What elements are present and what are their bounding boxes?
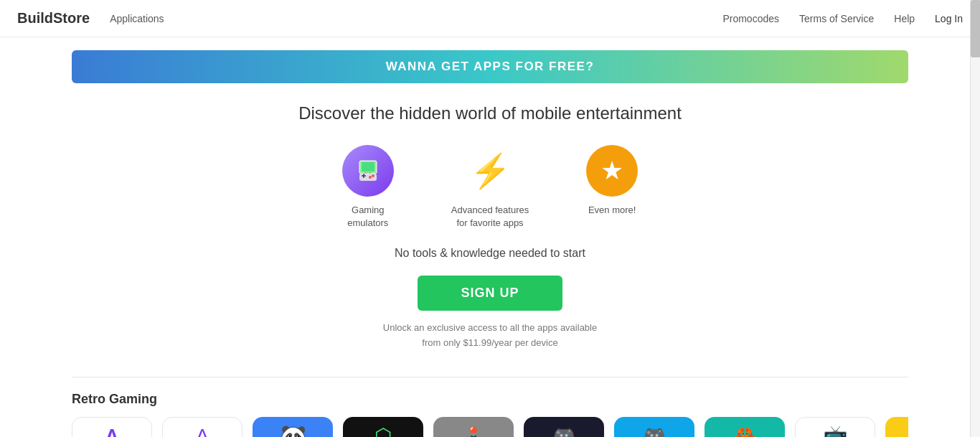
svg-point-6 — [369, 176, 372, 179]
svg-point-5 — [372, 174, 374, 177]
hero-title: Discover the hidden world of mobile ente… — [0, 103, 980, 123]
app-icon-bear: 🐼 — [280, 423, 306, 437]
retro-gaming-section: Retro Gaming Λ Λ 🐼 ⬡ 🕹️ 🎮 🎮 — [0, 377, 980, 437]
hero-note: Unlock an exclusive access to all the ap… — [0, 321, 980, 351]
hero-section: Discover the hidden world of mobile ente… — [0, 83, 980, 365]
svg-rect-8 — [369, 172, 372, 174]
app-icon-tv: 📺 — [823, 424, 848, 437]
list-item[interactable]: 🎮 — [524, 417, 604, 437]
app-icon-gamepad1: ⬡ — [374, 424, 392, 437]
list-item[interactable]: Λ — [72, 417, 152, 437]
scrollbar-thumb[interactable] — [971, 0, 980, 57]
navbar-right: Promocodes Terms of Service Help Log In — [722, 13, 963, 24]
list-item[interactable]: 📺 — [795, 417, 875, 437]
app-icon-crab: 🦀 — [732, 424, 758, 437]
app-icon-dpad: 🎮 — [552, 425, 575, 437]
svg-rect-7 — [364, 172, 367, 174]
app-icon-lambda2: Λ — [196, 425, 209, 437]
feature-even-more-label: Even more! — [588, 204, 636, 217]
star-icon-circle: ★ — [586, 145, 638, 197]
hero-note-line1: Unlock an exclusive access to all the ap… — [383, 322, 597, 333]
svg-rect-4 — [363, 174, 364, 178]
features-row: Gamingemulators ⚡ Advanced featuresfor f… — [0, 145, 980, 230]
feature-advanced: ⚡ Advanced featuresfor favorite apps — [451, 145, 529, 230]
list-item[interactable]: ⬡ — [343, 417, 423, 437]
app-icon-retro: 🕹️ — [463, 426, 484, 437]
promo-banner[interactable]: WANNA GET APPS FOR FREE? — [72, 50, 908, 83]
nav-login[interactable]: Log In — [935, 13, 963, 24]
feature-advanced-label: Advanced featuresfor favorite apps — [451, 204, 529, 230]
app-icon-gamepad2: 🎮 — [643, 425, 666, 437]
signup-button[interactable]: SIGN UP — [418, 276, 562, 311]
lightning-icon-circle: ⚡ — [464, 145, 516, 197]
list-item[interactable]: 🐼 — [253, 417, 333, 437]
brand-logo[interactable]: BuildStore — [17, 10, 90, 27]
scrollbar[interactable] — [970, 0, 980, 437]
svg-rect-2 — [359, 174, 377, 181]
app-icons-row: Λ Λ 🐼 ⬡ 🕹️ 🎮 🎮 🦀 📺 — [72, 417, 908, 437]
nav-applications[interactable]: Applications — [110, 13, 164, 24]
app-icon-lambda1: Λ — [105, 425, 119, 437]
gameboy-svg — [354, 156, 382, 185]
star-icon: ★ — [600, 156, 623, 186]
list-item[interactable]: 🕹️ — [433, 417, 514, 437]
feature-even-more: ★ Even more! — [586, 145, 638, 230]
list-item[interactable]: 🦀 — [705, 417, 785, 437]
feature-gaming-label: Gamingemulators — [347, 204, 388, 230]
list-item[interactable]: 🎮 — [614, 417, 694, 437]
gaming-icon — [342, 145, 394, 197]
feature-gaming-emulators: Gamingemulators — [342, 145, 394, 230]
nav-promocodes[interactable]: Promocodes — [722, 13, 779, 24]
list-item[interactable]: ⊕ — [885, 417, 908, 437]
retro-gaming-title: Retro Gaming — [72, 392, 908, 407]
navbar: BuildStore Applications Promocodes Terms… — [0, 0, 980, 37]
banner-text: WANNA GET APPS FOR FREE? — [386, 60, 595, 74]
hero-note-line2: from only $11.99/year per device — [422, 337, 557, 348]
hero-subtitle: No tools & knowledge needed to start — [0, 247, 980, 260]
list-item[interactable]: Λ — [162, 417, 242, 437]
lightning-icon: ⚡ — [470, 154, 511, 187]
svg-rect-1 — [362, 162, 374, 171]
nav-help[interactable]: Help — [894, 13, 915, 24]
nav-terms[interactable]: Terms of Service — [799, 13, 874, 24]
